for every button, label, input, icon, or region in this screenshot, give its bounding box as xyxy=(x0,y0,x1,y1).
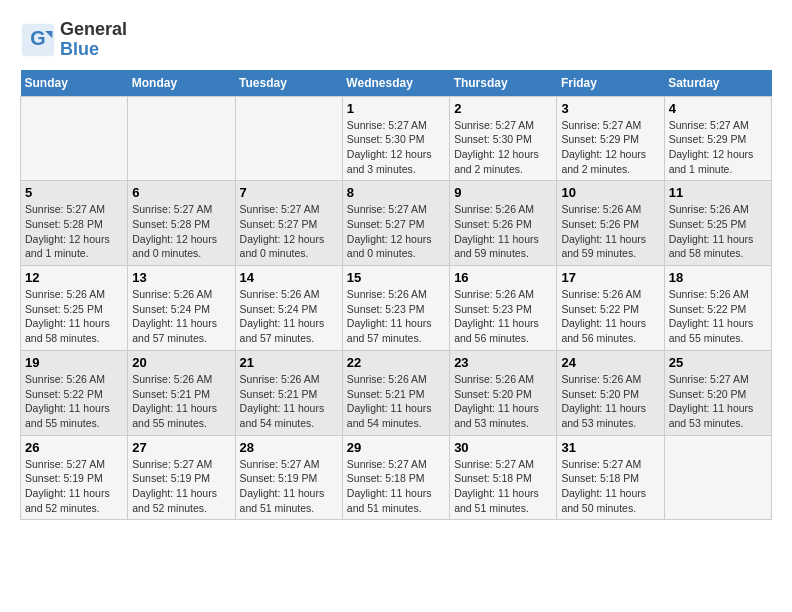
weekday-header: Friday xyxy=(557,70,664,97)
day-number: 17 xyxy=(561,270,659,285)
day-number: 9 xyxy=(454,185,552,200)
day-number: 28 xyxy=(240,440,338,455)
day-number: 16 xyxy=(454,270,552,285)
day-number: 20 xyxy=(132,355,230,370)
day-info: Sunrise: 5:26 AM Sunset: 5:25 PM Dayligh… xyxy=(25,287,123,346)
calendar-cell: 13Sunrise: 5:26 AM Sunset: 5:24 PM Dayli… xyxy=(128,266,235,351)
day-info: Sunrise: 5:27 AM Sunset: 5:18 PM Dayligh… xyxy=(347,457,445,516)
calendar-cell: 25Sunrise: 5:27 AM Sunset: 5:20 PM Dayli… xyxy=(664,350,771,435)
day-number: 1 xyxy=(347,101,445,116)
calendar-cell xyxy=(664,435,771,520)
day-number: 30 xyxy=(454,440,552,455)
calendar-header: SundayMondayTuesdayWednesdayThursdayFrid… xyxy=(21,70,772,97)
calendar-row: 1Sunrise: 5:27 AM Sunset: 5:30 PM Daylig… xyxy=(21,96,772,181)
calendar-cell: 29Sunrise: 5:27 AM Sunset: 5:18 PM Dayli… xyxy=(342,435,449,520)
day-number: 3 xyxy=(561,101,659,116)
calendar-cell: 10Sunrise: 5:26 AM Sunset: 5:26 PM Dayli… xyxy=(557,181,664,266)
calendar-table: SundayMondayTuesdayWednesdayThursdayFrid… xyxy=(20,70,772,521)
svg-text:G: G xyxy=(30,27,45,49)
calendar-cell: 17Sunrise: 5:26 AM Sunset: 5:22 PM Dayli… xyxy=(557,266,664,351)
calendar-cell: 21Sunrise: 5:26 AM Sunset: 5:21 PM Dayli… xyxy=(235,350,342,435)
day-number: 12 xyxy=(25,270,123,285)
day-info: Sunrise: 5:26 AM Sunset: 5:21 PM Dayligh… xyxy=(132,372,230,431)
day-number: 2 xyxy=(454,101,552,116)
calendar-cell: 1Sunrise: 5:27 AM Sunset: 5:30 PM Daylig… xyxy=(342,96,449,181)
page-header: G General Blue xyxy=(20,20,772,60)
day-info: Sunrise: 5:27 AM Sunset: 5:28 PM Dayligh… xyxy=(25,202,123,261)
calendar-row: 19Sunrise: 5:26 AM Sunset: 5:22 PM Dayli… xyxy=(21,350,772,435)
day-number: 27 xyxy=(132,440,230,455)
calendar-row: 5Sunrise: 5:27 AM Sunset: 5:28 PM Daylig… xyxy=(21,181,772,266)
day-info: Sunrise: 5:27 AM Sunset: 5:19 PM Dayligh… xyxy=(240,457,338,516)
calendar-cell: 30Sunrise: 5:27 AM Sunset: 5:18 PM Dayli… xyxy=(450,435,557,520)
day-info: Sunrise: 5:27 AM Sunset: 5:18 PM Dayligh… xyxy=(454,457,552,516)
calendar-cell xyxy=(235,96,342,181)
day-info: Sunrise: 5:26 AM Sunset: 5:21 PM Dayligh… xyxy=(240,372,338,431)
calendar-cell: 5Sunrise: 5:27 AM Sunset: 5:28 PM Daylig… xyxy=(21,181,128,266)
day-info: Sunrise: 5:27 AM Sunset: 5:27 PM Dayligh… xyxy=(347,202,445,261)
calendar-cell: 8Sunrise: 5:27 AM Sunset: 5:27 PM Daylig… xyxy=(342,181,449,266)
day-info: Sunrise: 5:26 AM Sunset: 5:21 PM Dayligh… xyxy=(347,372,445,431)
calendar-cell: 23Sunrise: 5:26 AM Sunset: 5:20 PM Dayli… xyxy=(450,350,557,435)
day-info: Sunrise: 5:26 AM Sunset: 5:23 PM Dayligh… xyxy=(454,287,552,346)
calendar-cell: 4Sunrise: 5:27 AM Sunset: 5:29 PM Daylig… xyxy=(664,96,771,181)
day-info: Sunrise: 5:27 AM Sunset: 5:20 PM Dayligh… xyxy=(669,372,767,431)
day-info: Sunrise: 5:27 AM Sunset: 5:29 PM Dayligh… xyxy=(669,118,767,177)
day-number: 11 xyxy=(669,185,767,200)
calendar-cell: 26Sunrise: 5:27 AM Sunset: 5:19 PM Dayli… xyxy=(21,435,128,520)
calendar-cell: 24Sunrise: 5:26 AM Sunset: 5:20 PM Dayli… xyxy=(557,350,664,435)
calendar-cell: 7Sunrise: 5:27 AM Sunset: 5:27 PM Daylig… xyxy=(235,181,342,266)
day-number: 19 xyxy=(25,355,123,370)
calendar-cell: 27Sunrise: 5:27 AM Sunset: 5:19 PM Dayli… xyxy=(128,435,235,520)
day-info: Sunrise: 5:26 AM Sunset: 5:20 PM Dayligh… xyxy=(454,372,552,431)
day-number: 31 xyxy=(561,440,659,455)
day-info: Sunrise: 5:26 AM Sunset: 5:26 PM Dayligh… xyxy=(454,202,552,261)
day-number: 15 xyxy=(347,270,445,285)
day-number: 5 xyxy=(25,185,123,200)
day-number: 13 xyxy=(132,270,230,285)
day-number: 10 xyxy=(561,185,659,200)
weekday-header: Monday xyxy=(128,70,235,97)
calendar-cell: 3Sunrise: 5:27 AM Sunset: 5:29 PM Daylig… xyxy=(557,96,664,181)
day-number: 18 xyxy=(669,270,767,285)
day-number: 24 xyxy=(561,355,659,370)
weekday-header: Tuesday xyxy=(235,70,342,97)
logo-text: General Blue xyxy=(60,20,127,60)
calendar-row: 26Sunrise: 5:27 AM Sunset: 5:19 PM Dayli… xyxy=(21,435,772,520)
day-info: Sunrise: 5:26 AM Sunset: 5:25 PM Dayligh… xyxy=(669,202,767,261)
logo-icon: G xyxy=(20,22,56,58)
calendar-cell: 31Sunrise: 5:27 AM Sunset: 5:18 PM Dayli… xyxy=(557,435,664,520)
day-info: Sunrise: 5:27 AM Sunset: 5:29 PM Dayligh… xyxy=(561,118,659,177)
day-number: 7 xyxy=(240,185,338,200)
calendar-cell: 12Sunrise: 5:26 AM Sunset: 5:25 PM Dayli… xyxy=(21,266,128,351)
calendar-cell: 19Sunrise: 5:26 AM Sunset: 5:22 PM Dayli… xyxy=(21,350,128,435)
day-info: Sunrise: 5:27 AM Sunset: 5:27 PM Dayligh… xyxy=(240,202,338,261)
calendar-cell: 14Sunrise: 5:26 AM Sunset: 5:24 PM Dayli… xyxy=(235,266,342,351)
day-number: 6 xyxy=(132,185,230,200)
day-info: Sunrise: 5:26 AM Sunset: 5:22 PM Dayligh… xyxy=(561,287,659,346)
day-info: Sunrise: 5:26 AM Sunset: 5:20 PM Dayligh… xyxy=(561,372,659,431)
day-info: Sunrise: 5:27 AM Sunset: 5:30 PM Dayligh… xyxy=(454,118,552,177)
day-number: 26 xyxy=(25,440,123,455)
day-number: 8 xyxy=(347,185,445,200)
calendar-cell xyxy=(21,96,128,181)
weekday-header: Thursday xyxy=(450,70,557,97)
day-number: 25 xyxy=(669,355,767,370)
day-number: 21 xyxy=(240,355,338,370)
day-number: 23 xyxy=(454,355,552,370)
logo: G General Blue xyxy=(20,20,127,60)
day-info: Sunrise: 5:26 AM Sunset: 5:26 PM Dayligh… xyxy=(561,202,659,261)
calendar-cell: 18Sunrise: 5:26 AM Sunset: 5:22 PM Dayli… xyxy=(664,266,771,351)
day-info: Sunrise: 5:26 AM Sunset: 5:22 PM Dayligh… xyxy=(25,372,123,431)
day-number: 14 xyxy=(240,270,338,285)
calendar-cell: 16Sunrise: 5:26 AM Sunset: 5:23 PM Dayli… xyxy=(450,266,557,351)
weekday-header: Wednesday xyxy=(342,70,449,97)
calendar-cell: 28Sunrise: 5:27 AM Sunset: 5:19 PM Dayli… xyxy=(235,435,342,520)
calendar-row: 12Sunrise: 5:26 AM Sunset: 5:25 PM Dayli… xyxy=(21,266,772,351)
day-number: 4 xyxy=(669,101,767,116)
day-info: Sunrise: 5:26 AM Sunset: 5:23 PM Dayligh… xyxy=(347,287,445,346)
calendar-cell: 15Sunrise: 5:26 AM Sunset: 5:23 PM Dayli… xyxy=(342,266,449,351)
calendar-cell: 2Sunrise: 5:27 AM Sunset: 5:30 PM Daylig… xyxy=(450,96,557,181)
day-info: Sunrise: 5:27 AM Sunset: 5:19 PM Dayligh… xyxy=(132,457,230,516)
day-info: Sunrise: 5:26 AM Sunset: 5:24 PM Dayligh… xyxy=(240,287,338,346)
